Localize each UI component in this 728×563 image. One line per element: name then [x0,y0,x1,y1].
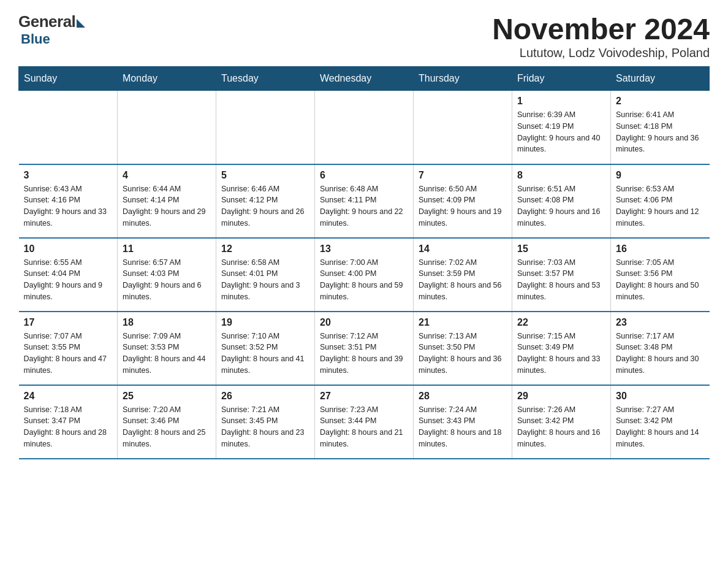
day-info: Sunrise: 7:00 AM Sunset: 4:00 PM Dayligh… [320,257,408,303]
day-info: Sunrise: 6:53 AM Sunset: 4:06 PM Dayligh… [616,183,705,229]
day-info: Sunrise: 7:03 AM Sunset: 3:57 PM Dayligh… [517,257,605,303]
week-row-4: 17Sunrise: 7:07 AM Sunset: 3:55 PM Dayli… [19,312,710,385]
weekday-header-sunday: Sunday [19,67,118,91]
day-info: Sunrise: 7:27 AM Sunset: 3:42 PM Dayligh… [616,404,705,450]
calendar-cell: 7Sunrise: 6:50 AM Sunset: 4:09 PM Daylig… [414,164,512,238]
calendar-cell: 29Sunrise: 7:26 AM Sunset: 3:42 PM Dayli… [512,385,611,459]
calendar-cell: 18Sunrise: 7:09 AM Sunset: 3:53 PM Dayli… [118,312,216,385]
calendar-cell: 19Sunrise: 7:10 AM Sunset: 3:52 PM Dayli… [216,312,315,385]
day-info: Sunrise: 7:10 AM Sunset: 3:52 PM Dayligh… [221,331,309,377]
calendar-cell: 4Sunrise: 6:44 AM Sunset: 4:14 PM Daylig… [118,164,216,238]
day-info: Sunrise: 7:05 AM Sunset: 3:56 PM Dayligh… [616,257,705,303]
title-area: November 2024 Lututow, Lodz Voivodeship,… [492,12,710,60]
calendar-cell: 12Sunrise: 6:58 AM Sunset: 4:01 PM Dayli… [216,238,315,312]
calendar-cell [414,91,512,164]
day-number: 26 [221,391,309,402]
day-info: Sunrise: 6:58 AM Sunset: 4:01 PM Dayligh… [221,257,309,303]
day-info: Sunrise: 7:07 AM Sunset: 3:55 PM Dayligh… [24,331,113,377]
calendar-cell [118,91,216,164]
day-number: 29 [517,391,605,402]
day-number: 28 [419,391,507,402]
calendar-cell: 20Sunrise: 7:12 AM Sunset: 3:51 PM Dayli… [315,312,414,385]
day-info: Sunrise: 7:20 AM Sunset: 3:46 PM Dayligh… [123,404,211,450]
day-info: Sunrise: 7:23 AM Sunset: 3:44 PM Dayligh… [320,404,408,450]
week-row-1: 1Sunrise: 6:39 AM Sunset: 4:19 PM Daylig… [19,91,710,164]
calendar-cell: 6Sunrise: 6:48 AM Sunset: 4:11 PM Daylig… [315,164,414,238]
day-info: Sunrise: 6:51 AM Sunset: 4:08 PM Dayligh… [517,183,605,229]
calendar-cell: 16Sunrise: 7:05 AM Sunset: 3:56 PM Dayli… [611,238,710,312]
day-number: 4 [123,170,211,181]
calendar-cell: 25Sunrise: 7:20 AM Sunset: 3:46 PM Dayli… [118,385,216,459]
calendar-cell: 14Sunrise: 7:02 AM Sunset: 3:59 PM Dayli… [414,238,512,312]
day-info: Sunrise: 7:02 AM Sunset: 3:59 PM Dayligh… [419,257,507,303]
calendar-cell: 5Sunrise: 6:46 AM Sunset: 4:12 PM Daylig… [216,164,315,238]
day-number: 27 [320,391,408,402]
day-number: 14 [419,243,507,255]
day-number: 8 [517,170,605,181]
calendar-cell: 3Sunrise: 6:43 AM Sunset: 4:16 PM Daylig… [19,164,118,238]
calendar-cell: 24Sunrise: 7:18 AM Sunset: 3:47 PM Dayli… [19,385,118,459]
day-number: 2 [616,96,705,107]
day-info: Sunrise: 6:50 AM Sunset: 4:09 PM Dayligh… [419,183,507,229]
week-row-3: 10Sunrise: 6:55 AM Sunset: 4:04 PM Dayli… [19,238,710,312]
day-number: 11 [123,243,211,255]
day-number: 12 [221,243,309,255]
day-number: 10 [24,243,113,255]
calendar-cell: 10Sunrise: 6:55 AM Sunset: 4:04 PM Dayli… [19,238,118,312]
day-number: 9 [616,170,705,181]
calendar-cell [19,91,118,164]
calendar-cell: 1Sunrise: 6:39 AM Sunset: 4:19 PM Daylig… [512,91,611,164]
day-info: Sunrise: 6:57 AM Sunset: 4:03 PM Dayligh… [123,257,211,303]
logo: General Blue [18,12,85,47]
day-number: 17 [24,317,113,328]
day-info: Sunrise: 7:09 AM Sunset: 3:53 PM Dayligh… [123,331,211,377]
calendar-cell: 2Sunrise: 6:41 AM Sunset: 4:18 PM Daylig… [611,91,710,164]
day-info: Sunrise: 6:41 AM Sunset: 4:18 PM Dayligh… [616,109,705,155]
calendar-table: SundayMondayTuesdayWednesdayThursdayFrid… [18,66,710,459]
calendar-cell [315,91,414,164]
day-info: Sunrise: 7:21 AM Sunset: 3:45 PM Dayligh… [221,404,309,450]
day-number: 5 [221,170,309,181]
calendar-cell: 27Sunrise: 7:23 AM Sunset: 3:44 PM Dayli… [315,385,414,459]
day-number: 15 [517,243,605,255]
weekday-header-wednesday: Wednesday [315,67,414,91]
calendar-cell: 15Sunrise: 7:03 AM Sunset: 3:57 PM Dayli… [512,238,611,312]
calendar-cell: 11Sunrise: 6:57 AM Sunset: 4:03 PM Dayli… [118,238,216,312]
day-info: Sunrise: 7:12 AM Sunset: 3:51 PM Dayligh… [320,331,408,377]
calendar-cell: 13Sunrise: 7:00 AM Sunset: 4:00 PM Dayli… [315,238,414,312]
day-info: Sunrise: 6:48 AM Sunset: 4:11 PM Dayligh… [320,183,408,229]
day-info: Sunrise: 6:43 AM Sunset: 4:16 PM Dayligh… [24,183,113,229]
calendar-cell [216,91,315,164]
calendar-cell: 8Sunrise: 6:51 AM Sunset: 4:08 PM Daylig… [512,164,611,238]
day-info: Sunrise: 7:13 AM Sunset: 3:50 PM Dayligh… [419,331,507,377]
day-number: 22 [517,317,605,328]
day-number: 24 [24,391,113,402]
day-info: Sunrise: 7:18 AM Sunset: 3:47 PM Dayligh… [24,404,113,450]
logo-general-text: General [18,12,75,31]
day-number: 6 [320,170,408,181]
day-number: 3 [24,170,113,181]
weekday-header-thursday: Thursday [414,67,512,91]
calendar-cell: 9Sunrise: 6:53 AM Sunset: 4:06 PM Daylig… [611,164,710,238]
calendar-cell: 17Sunrise: 7:07 AM Sunset: 3:55 PM Dayli… [19,312,118,385]
weekday-header-tuesday: Tuesday [216,67,315,91]
day-info: Sunrise: 6:46 AM Sunset: 4:12 PM Dayligh… [221,183,309,229]
weekday-header-monday: Monday [118,67,216,91]
day-number: 20 [320,317,408,328]
day-info: Sunrise: 6:39 AM Sunset: 4:19 PM Dayligh… [517,109,605,155]
logo-arrow-icon [77,19,85,28]
day-number: 19 [221,317,309,328]
calendar-cell: 30Sunrise: 7:27 AM Sunset: 3:42 PM Dayli… [611,385,710,459]
day-number: 23 [616,317,705,328]
day-info: Sunrise: 6:55 AM Sunset: 4:04 PM Dayligh… [24,257,113,303]
calendar-cell: 23Sunrise: 7:17 AM Sunset: 3:48 PM Dayli… [611,312,710,385]
day-number: 21 [419,317,507,328]
calendar-cell: 22Sunrise: 7:15 AM Sunset: 3:49 PM Dayli… [512,312,611,385]
location: Lututow, Lodz Voivodeship, Poland [492,46,710,60]
day-info: Sunrise: 7:15 AM Sunset: 3:49 PM Dayligh… [517,331,605,377]
calendar-cell: 26Sunrise: 7:21 AM Sunset: 3:45 PM Dayli… [216,385,315,459]
day-number: 1 [517,96,605,107]
day-info: Sunrise: 7:24 AM Sunset: 3:43 PM Dayligh… [419,404,507,450]
weekday-header-friday: Friday [512,67,611,91]
weekday-header-saturday: Saturday [611,67,710,91]
